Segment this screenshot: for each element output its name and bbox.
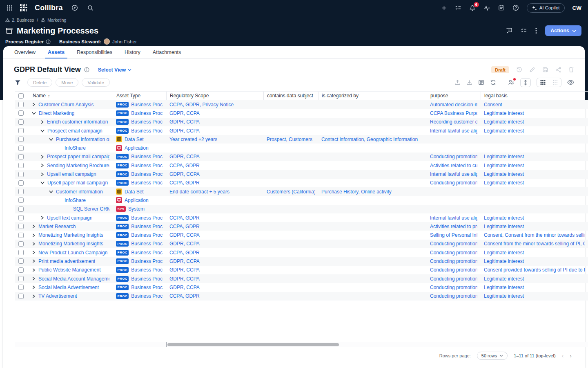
legal-basis-value[interactable]: Legitimate interest	[484, 110, 524, 116]
purpose-value[interactable]: Internal lawful use aligned	[430, 128, 477, 134]
purpose-value[interactable]: Activities related to prospe	[430, 224, 477, 229]
column-header-regulatory-scope[interactable]: Regulatory Scope	[166, 92, 263, 100]
asset-type-label[interactable]: Application	[125, 145, 149, 151]
compass-icon[interactable]	[71, 4, 78, 11]
asset-name-link[interactable]: New Product Launch Campaign	[38, 250, 107, 256]
purpose-value[interactable]: Conducting promotional ac	[430, 267, 477, 273]
create-plus-icon[interactable]	[441, 5, 447, 11]
asset-type-label[interactable]: Business Process	[131, 232, 163, 238]
asset-type-label[interactable]: Business Process	[131, 102, 163, 108]
collibra-logo[interactable]	[19, 3, 29, 13]
column-header-name[interactable]: Name↑	[29, 92, 113, 100]
next-page-chevron[interactable]: ›	[570, 353, 572, 359]
asset-name-link[interactable]: Social Media Advertisement	[38, 285, 99, 290]
row-checkbox[interactable]	[18, 146, 24, 151]
legal-basis-value[interactable]: Legitimate interest	[484, 293, 524, 299]
regulatory-scope-value[interactable]: GDPR, CCPA	[169, 241, 200, 247]
regulatory-scope-value[interactable]: GDPR, CCPA	[169, 232, 200, 238]
collapse-chevron-icon[interactable]	[40, 129, 45, 132]
expand-chevron-icon[interactable]	[32, 294, 36, 298]
regulatory-scope-value[interactable]: CCPA, GDPR	[169, 224, 200, 229]
steward-name[interactable]: John Fisher	[112, 39, 137, 44]
row-checkbox[interactable]	[18, 250, 24, 255]
expand-chevron-icon[interactable]	[40, 164, 44, 167]
asset-name-link[interactable]: Prospect paper mail campaign	[47, 154, 109, 159]
asset-name-link[interactable]: Prospect email campaign	[47, 128, 102, 134]
ai-copilot-button[interactable]: AI Copilot	[527, 3, 565, 13]
column-header-contains-data-subject[interactable]: contains data subject	[263, 92, 318, 100]
row-checkbox[interactable]	[18, 276, 24, 281]
regulatory-scope-value[interactable]: GDPR, CCPA	[169, 258, 200, 264]
asset-name-link[interactable]: Upsell email campaign	[47, 171, 96, 177]
contains-data-subject-value[interactable]: Customers (California), Cu	[267, 189, 315, 195]
asset-type-label[interactable]: Business Process	[131, 163, 163, 168]
info-icon[interactable]	[46, 39, 51, 44]
legal-basis-value[interactable]: Legitimate interest	[484, 250, 524, 256]
collapse-chevron-icon[interactable]	[32, 112, 36, 115]
validate-button[interactable]: Validate	[82, 78, 110, 87]
report-card-icon[interactable]	[478, 79, 484, 85]
asset-type-label[interactable]: Business Process	[131, 285, 163, 290]
row-checkbox[interactable]	[18, 241, 24, 247]
expand-chevron-icon[interactable]	[40, 173, 44, 176]
row-checkbox[interactable]	[18, 172, 24, 177]
visibility-eye-icon[interactable]	[567, 80, 574, 85]
expand-chevron-icon[interactable]	[40, 216, 44, 220]
legal-basis-value[interactable]: Legitimate interest	[484, 276, 524, 282]
regulatory-scope-value[interactable]: GDPR, CCPA	[169, 110, 200, 116]
kebab-menu-icon[interactable]	[535, 27, 537, 34]
regulatory-scope-value[interactable]: CCPA, GDPR	[169, 215, 200, 221]
tab-responsibilities[interactable]: Responsibilities	[71, 46, 118, 58]
expand-chevron-icon[interactable]	[32, 251, 36, 254]
purpose-value[interactable]: Automated decision-makir	[430, 102, 477, 108]
asset-name-link[interactable]: SQL Server CRM Clo...	[73, 206, 109, 212]
row-checkbox[interactable]	[18, 224, 24, 229]
asset-name-link[interactable]: Purchased information on...	[56, 137, 109, 142]
row-checkbox[interactable]	[18, 206, 24, 212]
asset-type-label[interactable]: Business Process	[131, 276, 163, 282]
purpose-value[interactable]: Conducting promotional ac	[430, 154, 477, 159]
rows-per-page-select[interactable]: 50 rows	[477, 352, 508, 360]
legal-basis-value[interactable]: Legitimate interest	[484, 180, 524, 186]
row-checkbox[interactable]	[18, 102, 24, 107]
tab-assets[interactable]: Assets	[42, 46, 71, 58]
regulatory-scope-value[interactable]: End date contract + 5 years	[169, 189, 229, 195]
responsibilities-person-icon[interactable]	[508, 79, 514, 86]
checklist-icon[interactable]	[521, 27, 527, 34]
expand-chevron-icon[interactable]	[32, 285, 36, 289]
row-checkbox[interactable]	[18, 215, 24, 220]
edit-pencil-icon[interactable]	[529, 67, 535, 73]
row-checkbox[interactable]	[18, 189, 24, 194]
column-header-purpose[interactable]: purpose	[427, 92, 481, 100]
upload-icon[interactable]	[454, 79, 461, 85]
select-view-dropdown[interactable]: Select View	[98, 67, 132, 73]
prev-page-chevron[interactable]: ‹	[562, 353, 564, 359]
asset-name-link[interactable]: Upsell text campaign	[47, 215, 92, 221]
select-all-checkbox[interactable]	[18, 93, 24, 99]
row-checkbox[interactable]	[18, 119, 24, 125]
app-launcher-icon[interactable]	[7, 5, 13, 11]
legal-basis-value[interactable]: Consent	[484, 102, 502, 108]
asset-type-label[interactable]: Business Process	[131, 119, 163, 125]
asset-type-label[interactable]: Application	[125, 197, 149, 203]
filter-funnel-icon[interactable]	[15, 80, 21, 85]
delete-button[interactable]: Delete	[27, 78, 52, 87]
asset-name-link[interactable]: InfoShare	[65, 197, 86, 203]
asset-type-label[interactable]: Business Process	[131, 267, 163, 273]
regulatory-scope-value[interactable]: GDPR, CCPA	[169, 267, 200, 273]
legal-basis-value[interactable]: Legitimate interest	[484, 171, 524, 177]
regulatory-scope-value[interactable]: CCPA, GDPR	[169, 250, 200, 256]
asset-name-link[interactable]: InfoShare	[65, 145, 86, 151]
purpose-value[interactable]: Internal lawful use aligned	[430, 215, 477, 221]
asset-name-link[interactable]: Social Media Account Management	[38, 276, 109, 282]
asset-type-label[interactable]: Business Process	[131, 171, 163, 177]
is-categorized-by-value[interactable]: Contact information, Geographic Informat…	[321, 137, 418, 142]
column-header-is-categorized-by[interactable]: is categorized by	[318, 92, 427, 100]
asset-type-label[interactable]: Business Process	[131, 180, 163, 186]
asset-type-label[interactable]: Data Set	[125, 189, 144, 195]
collapse-chevron-icon[interactable]	[40, 181, 45, 184]
grid-view-toggle-on[interactable]	[537, 78, 549, 87]
asset-name-link[interactable]: Customer information	[56, 189, 103, 195]
purpose-value[interactable]: Recording customer data r	[430, 119, 477, 125]
calendar-icon[interactable]	[498, 4, 505, 11]
